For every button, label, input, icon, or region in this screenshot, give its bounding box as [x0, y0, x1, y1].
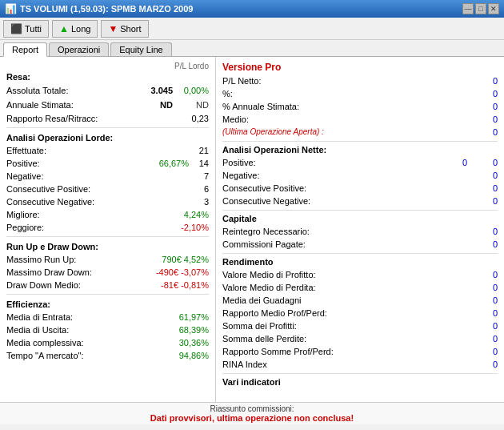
drawdown-medio-row: Draw Down Medio: -81€ -0,81% — [6, 279, 209, 291]
commissioni-row: Commissioni Pagate: 0 — [222, 238, 498, 251]
massimo-drawdown-label: Massimo Draw Down: — [6, 266, 156, 279]
negative-val: 7 — [169, 170, 209, 183]
tempo-val: 94,86% — [169, 349, 209, 362]
tabs-row: Report Operazioni Equity Line — [0, 40, 504, 57]
cons-neg-val: 3 — [169, 195, 209, 208]
toolbar: ⬛ Tutti ▲ Long ▼ Short — [0, 18, 504, 40]
val-medio-profitto-val: 0 — [474, 268, 498, 281]
r-cons-neg-val: 0 — [474, 195, 498, 207]
reintegro-val: 0 — [474, 225, 498, 238]
col-headers: P/L Lordo — [6, 62, 209, 70]
ultima-op-row: (Ultima Operazione Aperta) : 0 — [222, 126, 498, 139]
long-label: Long — [71, 24, 90, 34]
tempo-row: Tempo "A mercato": 94,86% — [6, 349, 209, 362]
tab-report[interactable]: Report — [3, 42, 47, 57]
massimo-drawdown-row: Massimo Draw Down: -490€ -3,07% — [6, 266, 209, 279]
rapporto-val: 0 — [474, 307, 498, 319]
peggiore-row: Peggiore: -2,10% — [6, 221, 209, 234]
pl-netto-row: P/L Netto: 0 — [222, 74, 498, 87]
migliore-val: 4,24% — [169, 208, 209, 221]
ultima-op-label: (Ultima Operazione Aperta) : — [222, 126, 474, 139]
left-panel: P/L Lordo Resa: Assoluta Totale: 3.045 0… — [0, 57, 216, 402]
r-cons-pos-val: 0 — [474, 182, 498, 195]
r-cons-neg-row: Consecutive Negative: 0 — [222, 195, 498, 207]
up-arrow-icon: ▲ — [59, 23, 69, 34]
close-button[interactable]: ✕ — [488, 3, 499, 14]
tutti-button[interactable]: ⬛ Tutti — [3, 20, 49, 38]
rina-row: RINA Index 0 — [222, 358, 498, 371]
window-title: TS VOLUMI (1,59.03): SPMB MARZO 2009 — [20, 4, 193, 14]
val-medio-perdita-label: Valore Medio di Perdita: — [222, 281, 474, 294]
resa-header: Resa: — [6, 72, 209, 82]
massimo-runup-row: Massimo Run Up: 790€ 4,52% — [6, 253, 209, 266]
tab-equity-line[interactable]: Equity Line — [110, 42, 171, 56]
pl-lordo-header: P/L Lordo — [165, 62, 209, 70]
pl-netto-label: P/L Netto: — [222, 74, 474, 87]
pl-netto-val: 0 — [474, 74, 498, 87]
somma-perdite-row: Somma delle Perdite: 0 — [222, 332, 498, 345]
cons-pos-row: Consecutive Positive: 6 — [6, 183, 209, 195]
bottom-note2: Dati provvisori, ultima operazione non c… — [3, 413, 501, 423]
vari-header: Vari indicatori — [222, 377, 498, 387]
drawdown-medio-label: Draw Down Medio: — [6, 279, 161, 291]
commissioni-val: 0 — [474, 238, 498, 251]
rapporto-label: Rapporto Medio Prof/Perd: — [222, 307, 474, 319]
negative-row: Negative: 7 — [6, 170, 209, 183]
effettuate-label: Effettuate: — [6, 144, 169, 157]
migliore-label: Migliore: — [6, 208, 169, 221]
long-button[interactable]: ▲ Long — [52, 20, 98, 38]
media-entrata-val: 61,97% — [169, 311, 209, 324]
title-bar-controls: — □ ✕ — [462, 3, 499, 14]
annuale-val: ND — [129, 98, 173, 112]
rapporto-row: Rapporto Resa/Ritracc: 0,23 — [6, 112, 209, 125]
app-icon: 📊 — [5, 3, 17, 14]
media-guadagni-row: Media dei Guadagni 0 — [222, 294, 498, 307]
migliore-row: Migliore: 4,24% — [6, 208, 209, 221]
minimize-button[interactable]: — — [462, 3, 474, 14]
somma-perdite-label: Somma delle Perdite: — [222, 332, 474, 345]
reintegro-row: Reintegro Necessario: 0 — [222, 225, 498, 238]
pct-ann-label: % Annuale Stimata: — [222, 100, 474, 113]
massimo-runup-val: 790€ 4,52% — [162, 253, 209, 266]
short-button[interactable]: ▼ Short — [101, 20, 148, 38]
runup-header: Run Up e Draw Down: — [6, 242, 209, 251]
assoluta-val: 3.045 — [129, 83, 173, 98]
capitale-header: Capitale — [222, 214, 498, 223]
title-bar-left: 📊 TS VOLUMI (1,59.03): SPMB MARZO 2009 — [5, 3, 193, 14]
versione-pro-label: Versione Pro — [222, 62, 498, 73]
r-positive-val-l: 0 — [443, 156, 467, 169]
tutti-label: Tutti — [25, 24, 42, 34]
pct-ann-row: % Annuale Stimata: 0 — [222, 100, 498, 113]
cons-pos-label: Consecutive Positive: — [6, 183, 169, 195]
val-medio-perdita-val: 0 — [474, 281, 498, 294]
somma-perdite-val: 0 — [474, 332, 498, 345]
tab-operazioni[interactable]: Operazioni — [49, 42, 109, 56]
effettuate-val: 21 — [169, 144, 209, 157]
r-cons-pos-row: Consecutive Positive: 0 — [222, 182, 498, 195]
positive-label: Positive: — [6, 157, 149, 170]
rendimento-header: Rendimento — [222, 257, 498, 267]
bottom-note1: Riassunto commissioni: — [3, 404, 501, 413]
commissioni-label: Commissioni Pagate: — [222, 238, 474, 251]
r-negative-val: 0 — [474, 169, 498, 182]
rapporto-row: Rapporto Medio Prof/Perd: 0 — [222, 307, 498, 319]
pct-label: %: — [222, 87, 474, 100]
annuale-pct: ND — [173, 98, 209, 112]
peggiore-label: Peggiore: — [6, 221, 169, 234]
positive-pct: 66,67% — [149, 157, 189, 170]
effettuate-row: Effettuate: 21 — [6, 144, 209, 157]
positive-row: Positive: 66,67% 14 — [6, 157, 209, 170]
short-label: Short — [120, 24, 141, 34]
media-entrata-label: Media di Entrata: — [6, 311, 169, 324]
restore-button[interactable]: □ — [475, 3, 486, 14]
right-panel: Versione Pro P/L Netto: 0 %: 0 % Annuale… — [216, 57, 504, 402]
val-medio-perdita-row: Valore Medio di Perdita: 0 — [222, 281, 498, 294]
analisi-header: Analisi Operazioni Lorde: — [6, 133, 209, 143]
cons-pos-val: 6 — [169, 183, 209, 195]
somma-profitti-row: Somma dei Profitti: 0 — [222, 319, 498, 332]
r-positive-label: Positive: — [222, 156, 443, 169]
reintegro-label: Reintegro Necessario: — [222, 225, 474, 238]
pct-ann-val: 0 — [474, 100, 498, 113]
main-content: P/L Lordo Resa: Assoluta Totale: 3.045 0… — [0, 57, 504, 402]
media-guadagni-val: 0 — [474, 294, 498, 307]
